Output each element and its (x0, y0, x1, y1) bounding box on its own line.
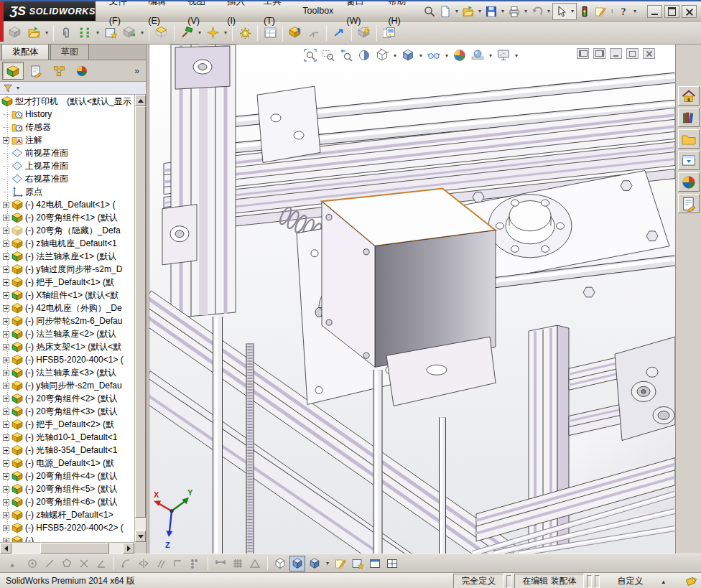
expand-toggle[interactable] (3, 331, 9, 337)
sketch-pattern-button[interactable] (187, 556, 203, 571)
expand-toggle[interactable] (3, 473, 9, 480)
close-button[interactable] (682, 5, 697, 18)
save-dropdown[interactable]: ▾ (499, 4, 506, 19)
expand-toggle[interactable] (3, 409, 9, 415)
expand-toggle[interactable] (3, 344, 9, 350)
sketch-circle-button[interactable] (24, 556, 40, 571)
smart-dimension-button[interactable] (213, 556, 228, 571)
select-cursor-button[interactable] (553, 4, 569, 19)
wireframe-display-button[interactable] (272, 556, 288, 571)
tree-item[interactable]: (-) 热床支架<1> (默认<默 (0, 340, 134, 353)
shaded-with-edges-display-button[interactable] (289, 556, 305, 571)
tree-item[interactable]: (-) y轴同步带-s2m_Defau (0, 379, 134, 392)
open-part-button[interactable] (24, 24, 43, 42)
expand-toggle[interactable] (3, 266, 9, 273)
tree-item[interactable]: (-) HFSB5-2020-400<1> ( (0, 353, 134, 366)
menu-view[interactable]: 视图(V) (181, 0, 220, 31)
expand-toggle[interactable] (3, 253, 9, 260)
tree-item[interactable]: (-) 把手_Default<2> (默 (0, 418, 134, 431)
tree-item[interactable]: (-) (0, 534, 134, 542)
scroll-right-button[interactable] (123, 543, 134, 554)
sketch-arc-button[interactable] (119, 556, 134, 571)
expand-toggle[interactable] (3, 241, 9, 247)
tab-property-manager[interactable] (25, 62, 47, 80)
tree-item[interactable]: (-) 20弯角组件<6> (默认 (0, 495, 134, 508)
search-icon[interactable] (422, 4, 437, 19)
view-orientation-button[interactable] (373, 47, 391, 64)
tree-item[interactable]: (-) 20弯角组件<2> (默认 (0, 392, 134, 405)
minimize-button[interactable] (647, 5, 662, 18)
tree-item[interactable]: 上视基准面 (0, 159, 134, 172)
expand-toggle[interactable] (3, 447, 9, 454)
tree-item[interactable]: (-) 光轴8-354_Default<1 (0, 444, 134, 457)
sketch-point-button[interactable] (7, 556, 23, 571)
restore-button[interactable] (664, 5, 679, 18)
sketch-line-button[interactable] (42, 556, 57, 571)
tree-item[interactable]: (-) 法兰轴承座<2> (默认 (0, 327, 134, 340)
expand-toggle[interactable] (3, 292, 9, 299)
previous-view-button[interactable] (338, 47, 355, 64)
menu-window[interactable]: 窗口(W) (340, 0, 381, 31)
new-document-dropdown[interactable]: ▾ (453, 4, 460, 19)
menu-insert[interactable]: 插入(I) (220, 0, 257, 31)
tags-button[interactable] (682, 575, 698, 587)
tree-item[interactable]: (-) 20弯角组件<1> (默认 (0, 211, 134, 224)
tree-item[interactable]: (-) 法兰轴承座<1> (默认 (0, 250, 134, 263)
expand-toggle[interactable] (3, 279, 9, 286)
expand-toggle[interactable] (3, 421, 9, 428)
display-mode-dropdown[interactable]: ▾ (324, 556, 331, 571)
apply-scene-dropdown[interactable]: ▾ (487, 47, 494, 63)
tree-horizontal-scrollbar[interactable] (0, 542, 134, 554)
open-dropdown[interactable]: ▾ (476, 4, 483, 19)
tab-display-manager[interactable] (71, 62, 93, 80)
scroll-left-button[interactable] (0, 543, 11, 554)
tree-item[interactable]: 注解 (0, 134, 134, 146)
menu-toolbox[interactable]: Toolbox (296, 1, 340, 21)
measure-button[interactable] (350, 556, 366, 571)
expand-toggle[interactable] (3, 370, 9, 376)
tree-item[interactable]: (-) 20弯角（隐藏）_Defa (0, 224, 134, 237)
tree-item[interactable]: (-) 电源_Default<1> (默 (0, 457, 134, 470)
tree-item[interactable]: (-) HFSB5-2020-400<2> ( (0, 521, 134, 534)
tree-item[interactable]: 右视基准面 (0, 172, 134, 185)
menu-help[interactable]: 帮助(H) (381, 0, 422, 31)
sketch-angle-button[interactable] (93, 556, 109, 571)
section-view-button[interactable] (356, 47, 373, 64)
tab-sketch[interactable]: 草图 (50, 44, 89, 60)
print-dropdown[interactable]: ▾ (522, 4, 529, 19)
hscroll-thumb[interactable] (40, 543, 109, 554)
sketch-offset-button[interactable] (153, 556, 169, 571)
sketch-grid-button[interactable] (230, 556, 246, 571)
tab-assembly[interactable]: 装配体 (1, 44, 49, 60)
solidworks-resources-tab[interactable] (678, 86, 700, 106)
more-tabs-chevron-icon[interactable]: » (134, 66, 144, 76)
menu-edit[interactable]: 编辑(E) (141, 0, 181, 31)
tree-item[interactable]: (-) 光轴d10-1_Default<1 (0, 431, 134, 444)
undo-dropdown[interactable]: ▾ (545, 4, 552, 19)
restore-document-button[interactable] (626, 48, 639, 59)
graphics-area[interactable]: X Y Z ▾ ▾ ▾ ▾ (149, 45, 675, 554)
expand-toggle[interactable] (3, 357, 9, 363)
expand-toggle[interactable] (3, 318, 9, 325)
options-button[interactable] (593, 4, 608, 19)
print-button[interactable] (506, 4, 522, 19)
apply-scene-button[interactable] (469, 47, 486, 64)
appearances-scenes-tab[interactable] (678, 172, 700, 192)
tree-item[interactable]: (-) 20弯角组件<3> (默认 (0, 405, 134, 418)
tree-item[interactable]: (-) 42电机_Default<1> ( (0, 198, 134, 211)
expand-toggle[interactable] (3, 512, 9, 518)
tab-featuremanager-tree[interactable] (2, 62, 24, 80)
open-button[interactable] (460, 4, 476, 19)
edit-appearance-bottom-button[interactable] (333, 556, 348, 571)
expand-toggle[interactable] (3, 434, 9, 441)
scroll-down-button[interactable] (135, 531, 146, 542)
insert-component-button[interactable] (6, 24, 24, 42)
undo-button[interactable] (529, 4, 545, 19)
tree-item[interactable]: History (0, 108, 134, 121)
tree-item[interactable]: (-) 同步带轮s2m-6_Defau (0, 314, 134, 327)
file-explorer-tab[interactable] (678, 129, 700, 149)
save-button[interactable] (483, 4, 499, 19)
scroll-thumb[interactable] (135, 106, 146, 518)
explode-line-sketch-button[interactable] (305, 24, 323, 42)
expand-toggle[interactable] (3, 202, 9, 208)
